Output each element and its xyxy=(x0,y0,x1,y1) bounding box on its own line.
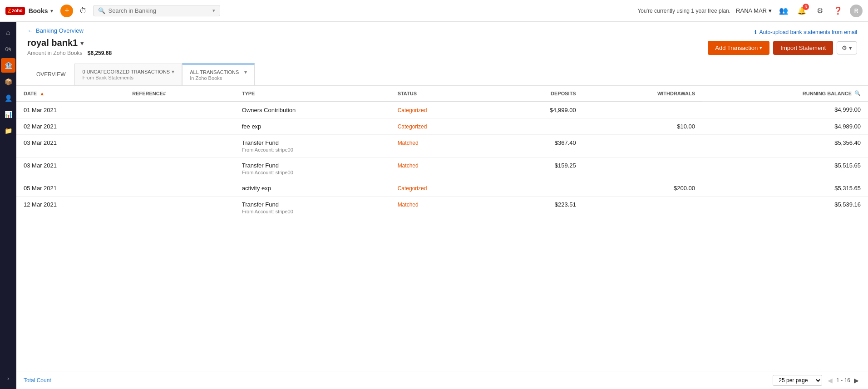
nav-chevron-icon[interactable]: ▾ xyxy=(50,8,53,14)
cell-type: fee exp xyxy=(235,118,390,135)
cell-withdrawals xyxy=(583,102,702,118)
col-type: TYPE xyxy=(235,86,390,102)
table-row[interactable]: 03 Mar 2021 Transfer Fund From Account: … xyxy=(16,158,868,180)
table-row[interactable]: 05 Mar 2021 activity exp Categorized $20… xyxy=(16,180,868,197)
cell-status: Matched xyxy=(390,158,490,180)
cell-status: Categorized xyxy=(390,180,490,197)
settings-arrow-icon: ▾ xyxy=(849,44,852,51)
table-row[interactable]: 01 Mar 2021 Owners Contribution Categori… xyxy=(16,102,868,118)
cell-deposits: $223.51 xyxy=(490,197,583,219)
date-sort-icon: ▲ xyxy=(39,91,44,96)
tabs-row: OVERVIEW 0 UNCATEGORIZED TRANSACTIONS ▾ … xyxy=(27,64,857,85)
table-row[interactable]: 12 Mar 2021 Transfer Fund From Account: … xyxy=(16,197,868,219)
breadcrumb[interactable]: ← Banking Overview xyxy=(27,27,112,34)
cell-withdrawals: $200.00 xyxy=(583,180,702,197)
cell-status: Categorized xyxy=(390,102,490,118)
search-input[interactable] xyxy=(108,7,210,14)
all-tx-dropdown-icon[interactable]: ▾ xyxy=(244,69,247,75)
prev-page-button[interactable]: ◀ xyxy=(826,376,834,385)
col-deposits: DEPOSITS xyxy=(490,86,583,102)
tab-uncategorized[interactable]: 0 UNCATEGORIZED TRANSACTIONS ▾ From Bank… xyxy=(74,64,182,85)
account-chevron-icon[interactable]: ▾ xyxy=(80,39,84,47)
search-transactions-icon[interactable]: 🔍 xyxy=(854,90,861,96)
total-count-link[interactable]: Total Count xyxy=(24,377,51,384)
cell-status: Matched xyxy=(390,197,490,219)
team-button[interactable]: 👥 xyxy=(777,5,790,17)
topnav-right: You're currently using 1 year free plan.… xyxy=(637,5,863,17)
cell-reference xyxy=(125,102,234,118)
per-page-select[interactable]: 25 per page 50 per page 100 per page xyxy=(773,375,822,386)
cell-reference xyxy=(125,158,234,180)
cell-type: Transfer Fund From Account: stripe00 xyxy=(235,197,390,219)
auto-upload-link[interactable]: ℹ Auto-upload bank statements from email xyxy=(755,29,857,35)
account-subtitle: Amount in Zoho Books $6,259.68 xyxy=(27,50,112,56)
next-page-button[interactable]: ▶ xyxy=(852,376,861,385)
help-button[interactable]: ❓ xyxy=(832,5,844,17)
free-plan-text: You're currently using 1 year free plan. xyxy=(637,8,730,14)
sidebar-item-contacts[interactable]: 👤 xyxy=(1,91,15,105)
sidebar-item-files[interactable]: 📁 xyxy=(1,123,15,138)
cell-running-balance: $4,999.00 xyxy=(702,102,868,118)
history-button[interactable]: ⏱ xyxy=(77,5,89,17)
sidebar: ⌂ 🛍 🏦 📦 👤 📊 📁 › xyxy=(0,22,16,389)
add-tx-arrow-icon: ▾ xyxy=(760,45,762,51)
table-row[interactable]: 03 Mar 2021 Transfer Fund From Account: … xyxy=(16,135,868,158)
cell-running-balance: $5,315.65 xyxy=(702,180,868,197)
user-menu[interactable]: RANA MAR ▾ xyxy=(736,7,772,14)
avatar[interactable]: R xyxy=(850,5,863,17)
settings-button[interactable]: ⚙ xyxy=(814,5,826,17)
global-add-button[interactable]: + xyxy=(60,5,73,17)
account-title: royal bank1 ▾ xyxy=(27,38,84,48)
sidebar-item-shopping[interactable]: 🛍 xyxy=(1,42,15,56)
cell-deposits: $4,999.00 xyxy=(490,102,583,118)
cell-running-balance: $5,539.16 xyxy=(702,197,868,219)
cell-deposits: $159.25 xyxy=(490,158,583,180)
cell-withdrawals xyxy=(583,158,702,180)
user-chevron-icon: ▾ xyxy=(769,7,772,14)
sidebar-item-reports[interactable]: 📊 xyxy=(1,107,15,122)
back-arrow-icon: ← xyxy=(27,27,33,34)
cell-date: 12 Mar 2021 xyxy=(16,197,125,219)
col-date[interactable]: DATE ▲ xyxy=(16,86,125,102)
books-label: Books xyxy=(29,7,48,15)
add-transaction-button[interactable]: Add Transaction ▾ xyxy=(708,41,769,55)
tab-overview[interactable]: OVERVIEW xyxy=(27,64,74,85)
cell-date: 02 Mar 2021 xyxy=(16,118,125,135)
cell-type: Transfer Fund From Account: stripe00 xyxy=(235,158,390,180)
cell-type: Owners Contribution xyxy=(235,102,390,118)
amount-value: $6,259.68 xyxy=(88,50,112,56)
uncategorized-dropdown-icon[interactable]: ▾ xyxy=(172,69,174,75)
cell-type: activity exp xyxy=(235,180,390,197)
cell-running-balance: $5,356.40 xyxy=(702,135,868,158)
sidebar-item-orders[interactable]: 📦 xyxy=(1,74,15,89)
transactions-table: DATE ▲ REFERENCE# TYPE STATUS DEPOSITS W… xyxy=(16,86,868,219)
cell-running-balance: $4,989.00 xyxy=(702,118,868,135)
notifications-button[interactable]: 🔔 3 xyxy=(795,5,808,17)
main-content: ← Banking Overview royal bank1 ▾ Amount … xyxy=(16,22,868,389)
col-withdrawals: WITHDRAWALS xyxy=(583,86,702,102)
cell-status: Matched xyxy=(390,135,490,158)
col-running-balance: RUNNING BALANCE 🔍 xyxy=(702,86,868,102)
table-row[interactable]: 02 Mar 2021 fee exp Categorized $10.00 $… xyxy=(16,118,868,135)
settings-icon: ⚙ xyxy=(842,44,847,51)
import-statement-button[interactable]: Import Statement xyxy=(773,41,833,55)
sidebar-item-banking[interactable]: 🏦 xyxy=(1,58,15,73)
col-status: STATUS xyxy=(390,86,490,102)
logo-area[interactable]: Zzoho Books ▾ xyxy=(5,7,53,15)
pagination: 25 per page 50 per page 100 per page ◀ 1… xyxy=(773,375,861,386)
tab-all-transactions[interactable]: ALL TRANSACTIONS ▾ In Zoho Books xyxy=(182,64,255,85)
search-bar: 🔍 ▾ xyxy=(93,5,220,16)
sidebar-expand-button[interactable]: › xyxy=(7,372,9,385)
sidebar-item-home[interactable]: ⌂ xyxy=(1,25,15,40)
cell-deposits xyxy=(490,180,583,197)
cell-reference xyxy=(125,118,234,135)
cell-withdrawals: $10.00 xyxy=(583,118,702,135)
table-settings-button[interactable]: ⚙ ▾ xyxy=(837,41,857,54)
search-filter-icon[interactable]: ▾ xyxy=(212,8,215,14)
cell-date: 01 Mar 2021 xyxy=(16,102,125,118)
cell-deposits: $367.40 xyxy=(490,135,583,158)
cell-reference xyxy=(125,197,234,219)
cell-withdrawals xyxy=(583,135,702,158)
cell-date: 03 Mar 2021 xyxy=(16,158,125,180)
cell-date: 03 Mar 2021 xyxy=(16,135,125,158)
